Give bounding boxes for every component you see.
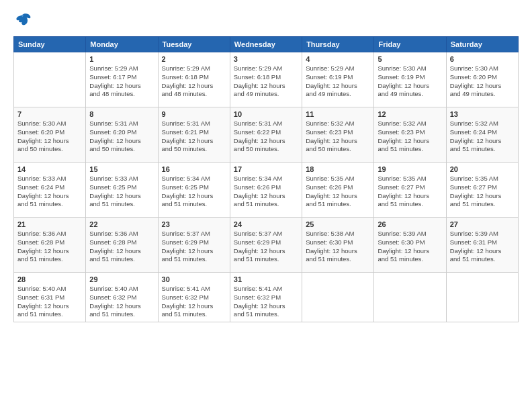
day-number: 5 [378,55,442,63]
day-number: 19 [378,165,442,173]
weekday-header-tuesday: Tuesday [158,37,230,52]
day-number: 4 [306,55,370,63]
calendar-cell: 25Sunrise: 5:38 AM Sunset: 6:30 PM Dayli… [302,218,374,273]
day-number: 20 [450,165,515,173]
calendar-cell: 2Sunrise: 5:29 AM Sunset: 6:18 PM Daylig… [158,52,230,107]
calendar-cell: 3Sunrise: 5:29 AM Sunset: 6:18 PM Daylig… [230,52,302,107]
day-number: 30 [162,275,226,283]
calendar-cell: 15Sunrise: 5:33 AM Sunset: 6:25 PM Dayli… [86,163,158,218]
weekday-header-saturday: Saturday [446,37,518,52]
calendar-cell: 24Sunrise: 5:37 AM Sunset: 6:29 PM Dayli… [230,218,302,273]
calendar-week-4: 21Sunrise: 5:36 AM Sunset: 6:28 PM Dayli… [14,218,519,273]
calendar-cell [302,273,374,322]
day-number: 24 [234,220,298,228]
day-number: 11 [306,110,370,118]
day-info: Sunrise: 5:31 AM Sunset: 6:21 PM Dayligh… [162,120,226,154]
day-number: 27 [450,220,515,228]
calendar-week-5: 28Sunrise: 5:40 AM Sunset: 6:31 PM Dayli… [14,273,519,322]
day-info: Sunrise: 5:40 AM Sunset: 6:31 PM Dayligh… [17,285,82,319]
day-number: 28 [17,275,82,283]
day-number: 8 [89,110,154,118]
day-number: 3 [234,55,298,63]
day-number: 23 [162,220,226,228]
calendar-table: SundayMondayTuesdayWednesdayThursdayFrid… [13,36,519,322]
calendar-week-3: 14Sunrise: 5:33 AM Sunset: 6:24 PM Dayli… [14,163,519,218]
calendar-cell: 1Sunrise: 5:29 AM Sunset: 6:17 PM Daylig… [86,52,158,107]
calendar-cell: 5Sunrise: 5:30 AM Sunset: 6:19 PM Daylig… [374,52,446,107]
day-info: Sunrise: 5:30 AM Sunset: 6:19 PM Dayligh… [378,64,442,99]
day-number: 10 [234,110,298,118]
day-info: Sunrise: 5:34 AM Sunset: 6:25 PM Dayligh… [162,175,226,209]
calendar-week-1: 1Sunrise: 5:29 AM Sunset: 6:17 PM Daylig… [14,52,519,107]
day-info: Sunrise: 5:38 AM Sunset: 6:30 PM Dayligh… [306,230,370,264]
day-info: Sunrise: 5:30 AM Sunset: 6:20 PM Dayligh… [17,120,82,154]
day-info: Sunrise: 5:36 AM Sunset: 6:28 PM Dayligh… [89,230,154,264]
day-info: Sunrise: 5:37 AM Sunset: 6:29 PM Dayligh… [162,230,226,264]
day-info: Sunrise: 5:31 AM Sunset: 6:20 PM Dayligh… [89,120,154,154]
day-info: Sunrise: 5:39 AM Sunset: 6:31 PM Dayligh… [450,230,515,264]
day-info: Sunrise: 5:35 AM Sunset: 6:27 PM Dayligh… [378,175,442,209]
day-info: Sunrise: 5:41 AM Sunset: 6:32 PM Dayligh… [234,285,298,319]
calendar-cell: 9Sunrise: 5:31 AM Sunset: 6:21 PM Daylig… [158,107,230,163]
day-number: 25 [306,220,370,228]
calendar-cell: 16Sunrise: 5:34 AM Sunset: 6:25 PM Dayli… [158,163,230,218]
day-info: Sunrise: 5:33 AM Sunset: 6:25 PM Dayligh… [89,175,154,209]
day-number: 6 [450,55,515,63]
calendar-cell [14,52,86,107]
calendar-cell [374,273,446,322]
day-info: Sunrise: 5:35 AM Sunset: 6:27 PM Dayligh… [450,175,515,209]
calendar-cell: 21Sunrise: 5:36 AM Sunset: 6:28 PM Dayli… [14,218,86,273]
calendar-week-2: 7Sunrise: 5:30 AM Sunset: 6:20 PM Daylig… [14,107,519,163]
day-number: 1 [89,55,154,63]
calendar-cell: 27Sunrise: 5:39 AM Sunset: 6:31 PM Dayli… [446,218,518,273]
day-info: Sunrise: 5:34 AM Sunset: 6:26 PM Dayligh… [234,175,298,209]
header [13,11,519,30]
calendar-cell: 22Sunrise: 5:36 AM Sunset: 6:28 PM Dayli… [86,218,158,273]
weekday-header-sunday: Sunday [14,37,86,52]
day-info: Sunrise: 5:33 AM Sunset: 6:24 PM Dayligh… [17,175,82,209]
day-info: Sunrise: 5:29 AM Sunset: 6:18 PM Dayligh… [234,64,298,99]
day-info: Sunrise: 5:36 AM Sunset: 6:28 PM Dayligh… [17,230,82,264]
calendar-cell: 23Sunrise: 5:37 AM Sunset: 6:29 PM Dayli… [158,218,230,273]
day-number: 18 [306,165,370,173]
calendar-cell: 10Sunrise: 5:31 AM Sunset: 6:22 PM Dayli… [230,107,302,163]
calendar-cell: 4Sunrise: 5:29 AM Sunset: 6:19 PM Daylig… [302,52,374,107]
weekday-header-friday: Friday [374,37,446,52]
day-info: Sunrise: 5:32 AM Sunset: 6:23 PM Dayligh… [306,120,370,154]
page: SundayMondayTuesdayWednesdayThursdayFrid… [0,0,532,411]
day-info: Sunrise: 5:29 AM Sunset: 6:17 PM Dayligh… [89,64,154,99]
day-number: 29 [89,275,154,283]
day-number: 31 [234,275,298,283]
day-info: Sunrise: 5:32 AM Sunset: 6:24 PM Dayligh… [450,120,515,154]
day-number: 12 [378,110,442,118]
calendar-cell: 13Sunrise: 5:32 AM Sunset: 6:24 PM Dayli… [446,107,518,163]
calendar-cell: 7Sunrise: 5:30 AM Sunset: 6:20 PM Daylig… [14,107,86,163]
day-number: 17 [234,165,298,173]
day-number: 9 [162,110,226,118]
calendar-cell: 8Sunrise: 5:31 AM Sunset: 6:20 PM Daylig… [86,107,158,163]
day-number: 26 [378,220,442,228]
calendar-cell: 28Sunrise: 5:40 AM Sunset: 6:31 PM Dayli… [14,273,86,322]
day-number: 13 [450,110,515,118]
calendar-cell: 19Sunrise: 5:35 AM Sunset: 6:27 PM Dayli… [374,163,446,218]
day-info: Sunrise: 5:29 AM Sunset: 6:19 PM Dayligh… [306,64,370,99]
day-info: Sunrise: 5:41 AM Sunset: 6:32 PM Dayligh… [162,285,226,319]
calendar-cell: 31Sunrise: 5:41 AM Sunset: 6:32 PM Dayli… [230,273,302,322]
weekday-header-wednesday: Wednesday [230,37,302,52]
calendar-cell: 26Sunrise: 5:39 AM Sunset: 6:30 PM Dayli… [374,218,446,273]
weekday-header-row: SundayMondayTuesdayWednesdayThursdayFrid… [14,37,519,52]
day-number: 7 [17,110,82,118]
day-info: Sunrise: 5:29 AM Sunset: 6:18 PM Dayligh… [162,64,226,99]
calendar-cell: 12Sunrise: 5:32 AM Sunset: 6:23 PM Dayli… [374,107,446,163]
day-info: Sunrise: 5:37 AM Sunset: 6:29 PM Dayligh… [234,230,298,264]
calendar-cell: 11Sunrise: 5:32 AM Sunset: 6:23 PM Dayli… [302,107,374,163]
calendar-cell [446,273,518,322]
day-info: Sunrise: 5:30 AM Sunset: 6:20 PM Dayligh… [450,64,515,99]
weekday-header-thursday: Thursday [302,37,374,52]
weekday-header-monday: Monday [86,37,158,52]
day-number: 21 [17,220,82,228]
calendar-cell: 18Sunrise: 5:35 AM Sunset: 6:26 PM Dayli… [302,163,374,218]
day-number: 16 [162,165,226,173]
day-number: 14 [17,165,82,173]
day-info: Sunrise: 5:35 AM Sunset: 6:26 PM Dayligh… [306,175,370,209]
